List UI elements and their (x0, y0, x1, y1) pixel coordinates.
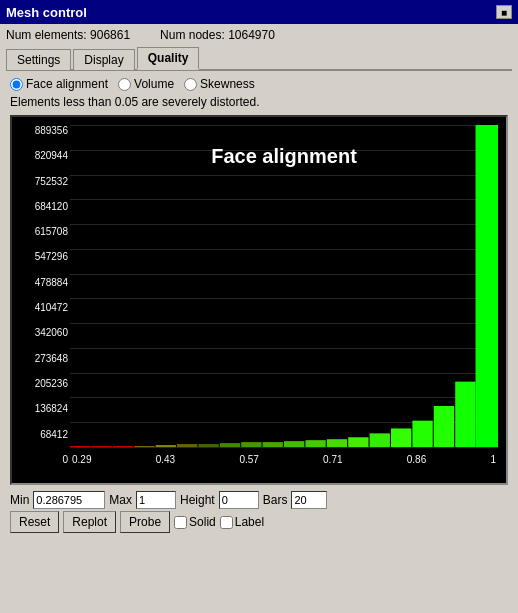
num-nodes-label: Num nodes: 1064970 (160, 28, 275, 42)
num-elements-value: 906861 (90, 28, 130, 42)
note-text: Elements less than 0.05 are severely dis… (10, 95, 512, 109)
height-label: Height (180, 493, 215, 507)
svg-rect-15 (391, 428, 411, 447)
reset-button[interactable]: Reset (10, 511, 59, 533)
radio-skewness[interactable]: Skewness (184, 77, 255, 91)
bars-input[interactable] (291, 491, 327, 509)
min-input[interactable] (33, 491, 105, 509)
radio-volume[interactable]: Volume (118, 77, 174, 91)
svg-rect-3 (134, 446, 154, 447)
svg-rect-4 (156, 445, 176, 447)
histogram-svg (70, 125, 498, 447)
svg-rect-5 (177, 444, 197, 447)
svg-rect-19 (476, 125, 498, 447)
radio-face-alignment[interactable]: Face alignment (10, 77, 108, 91)
max-label: Max (109, 493, 132, 507)
radio-row: Face alignment Volume Skewness (10, 77, 512, 91)
title-bar: Mesh control ■ (0, 0, 518, 24)
tab-quality[interactable]: Quality (137, 47, 200, 70)
tab-display[interactable]: Display (73, 49, 134, 70)
svg-rect-8 (241, 442, 261, 447)
bars-label: Bars (263, 493, 288, 507)
svg-rect-9 (263, 442, 283, 447)
chart-container: 889356 820944 752532 684120 615708 54729… (10, 115, 508, 485)
num-nodes-value: 1064970 (228, 28, 275, 42)
min-label: Min (10, 493, 29, 507)
x-axis-labels: 0.29 0.43 0.57 0.71 0.86 1 (70, 454, 498, 465)
svg-rect-2 (113, 446, 133, 447)
num-elements-label: Num elements: 906861 (6, 28, 130, 42)
height-input[interactable] (219, 491, 259, 509)
window-body: Num elements: 906861 Num nodes: 1064970 … (0, 24, 518, 539)
svg-rect-16 (412, 421, 432, 447)
probe-button[interactable]: Probe (120, 511, 170, 533)
label-checkbox[interactable] (220, 516, 233, 529)
max-input[interactable] (136, 491, 176, 509)
svg-rect-0 (70, 446, 90, 447)
solid-checkbox-label[interactable]: Solid (174, 515, 216, 529)
y-axis: 889356 820944 752532 684120 615708 54729… (12, 117, 70, 483)
chart-area: Face alignment (70, 117, 506, 483)
svg-rect-11 (305, 440, 325, 447)
tabs-row: Settings Display Quality (6, 46, 512, 71)
svg-rect-14 (370, 433, 390, 447)
tab-settings[interactable]: Settings (6, 49, 71, 70)
controls-row-2: Reset Replot Probe Solid Label (10, 511, 508, 533)
replot-button[interactable]: Replot (63, 511, 116, 533)
solid-checkbox[interactable] (174, 516, 187, 529)
svg-rect-13 (348, 437, 368, 447)
svg-rect-18 (455, 382, 475, 447)
window-title: Mesh control (6, 5, 87, 20)
label-checkbox-label[interactable]: Label (220, 515, 264, 529)
svg-rect-17 (434, 406, 454, 447)
svg-rect-1 (91, 446, 111, 447)
svg-rect-12 (327, 439, 347, 447)
svg-rect-7 (220, 443, 240, 447)
controls-row-1: Min Max Height Bars (10, 491, 508, 509)
svg-rect-10 (284, 441, 304, 447)
svg-rect-6 (198, 444, 218, 447)
info-row: Num elements: 906861 Num nodes: 1064970 (6, 28, 512, 42)
close-button[interactable]: ■ (496, 5, 512, 19)
chart-inner: Face alignment (70, 125, 498, 465)
